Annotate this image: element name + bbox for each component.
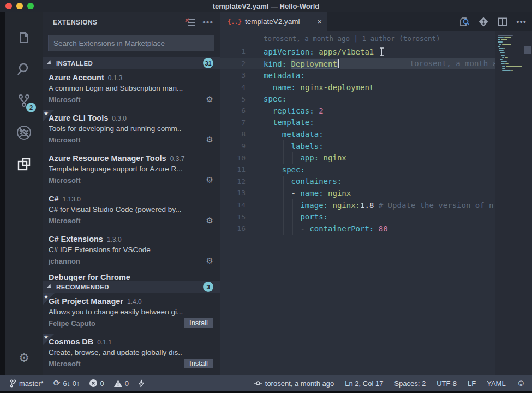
debug-icon bbox=[15, 124, 33, 141]
extension-item[interactable]: ★Azure CLI Tools0.3.0Tools for developin… bbox=[43, 110, 220, 150]
extension-description: Template language support for Azure R... bbox=[49, 165, 213, 173]
extension-version: 1.13.0 bbox=[63, 195, 81, 203]
activity-search[interactable] bbox=[11, 53, 37, 85]
code-line[interactable]: 6 replicas: 2 bbox=[220, 105, 532, 117]
recommended-section-header[interactable]: RECOMMENDED3 bbox=[43, 281, 220, 293]
activity-extensions[interactable] bbox=[11, 148, 37, 180]
code-line[interactable]: 4 name: nginx-deployment bbox=[220, 81, 532, 93]
error-icon bbox=[89, 379, 97, 387]
smiley-icon: ☺ bbox=[517, 378, 525, 388]
extension-item[interactable]: Azure Resource Manager Tools0.3.7Templat… bbox=[43, 150, 220, 190]
gear-icon[interactable]: ⚙ bbox=[206, 256, 213, 266]
code-line[interactable]: 5spec: bbox=[220, 93, 532, 105]
extension-name: Cosmos DB bbox=[49, 337, 93, 346]
code-line[interactable]: 9 labels: bbox=[220, 140, 532, 152]
activity-bar: 2 ⚙ bbox=[5, 12, 43, 375]
feedback-bolt[interactable] bbox=[139, 379, 144, 388]
manage-settings[interactable]: ⚙ bbox=[11, 349, 37, 367]
status-label: Ln 2, Col 17 bbox=[345, 379, 383, 388]
extension-item[interactable]: ★Cosmos DB0.1.1Create, browse, and updat… bbox=[43, 334, 220, 374]
code-line[interactable]: 1apiVersion: apps/v1beta1 bbox=[220, 46, 532, 58]
sync-status[interactable]: ⟳6↓ 0↑ bbox=[53, 378, 80, 388]
install-button[interactable]: Install bbox=[184, 318, 213, 328]
activity-debug[interactable] bbox=[11, 117, 37, 148]
gear-icon[interactable]: ⚙ bbox=[206, 216, 213, 225]
error-count[interactable]: 0 bbox=[89, 379, 104, 388]
branch-icon bbox=[10, 379, 16, 388]
smiley-feedback[interactable]: ☺ bbox=[517, 378, 525, 388]
extensions-search[interactable] bbox=[48, 35, 214, 51]
extension-description: C# for Visual Studio Code (powered by... bbox=[49, 205, 213, 213]
editor-scrollbar[interactable] bbox=[524, 31, 532, 375]
split-editor-icon[interactable] bbox=[498, 17, 507, 26]
warning-icon bbox=[114, 380, 122, 387]
line-number: 15 bbox=[220, 213, 246, 221]
files-icon bbox=[16, 29, 32, 46]
line-number: 10 bbox=[220, 154, 246, 162]
minimap[interactable] bbox=[495, 31, 532, 375]
extension-item[interactable]: ★Git Project Manager1.4.0Allows you to c… bbox=[43, 293, 220, 334]
find-in-file-icon[interactable] bbox=[459, 17, 469, 27]
code-line[interactable]: 8 metadata: bbox=[220, 128, 532, 140]
extension-publisher: Microsoft bbox=[49, 217, 206, 225]
indentation[interactable]: Spaces: 2 bbox=[394, 379, 426, 388]
close-tab-icon[interactable]: × bbox=[317, 17, 322, 26]
extension-name: Git Project Manager bbox=[49, 297, 123, 306]
status-label: LF bbox=[468, 379, 476, 388]
extension-publisher: Microsoft bbox=[49, 96, 206, 104]
scrollbar-thumb[interactable] bbox=[524, 46, 531, 54]
extension-publisher: jchannon bbox=[49, 257, 206, 265]
recommended-badge: 3 bbox=[203, 282, 213, 292]
extension-name: Azure Resource Manager Tools bbox=[49, 154, 166, 163]
extension-version: 0.3.7 bbox=[170, 155, 185, 163]
warning-count[interactable]: 0 bbox=[114, 379, 129, 388]
code-line[interactable]: 13 - name: nginx bbox=[220, 187, 532, 199]
code-line[interactable]: 11 spec: bbox=[220, 164, 532, 176]
gear-icon[interactable]: ⚙ bbox=[206, 135, 213, 145]
gear-icon[interactable]: ⚙ bbox=[206, 94, 213, 104]
tab-templatev2-yaml[interactable]: {..} templateV2.yaml × bbox=[220, 12, 327, 31]
extensions-search-input[interactable] bbox=[53, 39, 209, 47]
codelens-row[interactable]: torosent, a month ago | 1 author (torose… bbox=[220, 34, 532, 46]
code-line[interactable]: 12 containers: bbox=[220, 176, 532, 188]
gitlens-commit-status[interactable]: torosent, a month ago bbox=[254, 379, 334, 388]
code-line[interactable]: 3metadata: bbox=[220, 69, 532, 81]
extension-item-clipped[interactable]: Debugger for Chrome bbox=[43, 271, 220, 281]
commit-icon bbox=[254, 380, 262, 386]
status-label: master* bbox=[19, 379, 44, 388]
vscode-window: templateV2.yaml — Hello-World bbox=[0, 0, 532, 393]
gear-icon[interactable]: ⚙ bbox=[206, 175, 213, 185]
code-line[interactable]: 2kind: Deploymenttorosent, a month ago •… bbox=[220, 58, 532, 70]
branch-status[interactable]: master* bbox=[10, 379, 44, 388]
extension-name: C# Extensions bbox=[49, 235, 103, 243]
encoding[interactable]: UTF-8 bbox=[437, 379, 457, 388]
extensions-icon bbox=[16, 156, 32, 172]
cursor-position[interactable]: Ln 2, Col 17 bbox=[345, 379, 383, 388]
eol[interactable]: LF bbox=[468, 379, 476, 388]
extension-item[interactable]: C# Extensions1.3.0C# IDE Extensions for … bbox=[43, 231, 220, 271]
installed-label: INSTALLED bbox=[56, 60, 203, 67]
search-icon bbox=[16, 61, 32, 78]
extension-item[interactable]: C#1.13.0C# for Visual Studio Code (power… bbox=[43, 190, 220, 231]
code-line[interactable]: 14 image: nginx:1.8 # Update the version… bbox=[220, 199, 532, 211]
code-line[interactable]: 10 app: nginx bbox=[220, 152, 532, 164]
tab-bar: {..} templateV2.yaml × bbox=[220, 12, 532, 31]
code-editor[interactable]: torosent, a month ago | 1 author (torose… bbox=[220, 31, 532, 375]
code-line[interactable]: 16 - containerPort: 80 bbox=[220, 223, 532, 235]
line-number: 12 bbox=[220, 177, 246, 186]
more-actions-icon[interactable]: ••• bbox=[516, 17, 527, 26]
activity-source-control[interactable]: 2 bbox=[11, 85, 37, 117]
language-mode[interactable]: YAML bbox=[487, 379, 505, 388]
code-line[interactable]: 7 template: bbox=[220, 117, 532, 129]
code-line[interactable]: 15 ports: bbox=[220, 211, 532, 223]
install-button[interactable]: Install bbox=[184, 359, 213, 368]
extension-item[interactable]: Azure Account0.1.3A common Login and Sub… bbox=[43, 69, 220, 110]
activity-explorer[interactable] bbox=[11, 22, 37, 53]
gitlens-icon[interactable] bbox=[478, 16, 489, 27]
more-actions-icon[interactable]: ••• bbox=[202, 17, 213, 27]
clear-extensions-input-icon[interactable] bbox=[185, 18, 195, 27]
installed-section-header[interactable]: INSTALLED 31 bbox=[43, 57, 220, 69]
codelens-authors[interactable]: torosent, a month ago | 1 author (torose… bbox=[264, 34, 440, 46]
line-number: 7 bbox=[220, 118, 246, 127]
extension-publisher: Microsoft bbox=[49, 360, 184, 368]
